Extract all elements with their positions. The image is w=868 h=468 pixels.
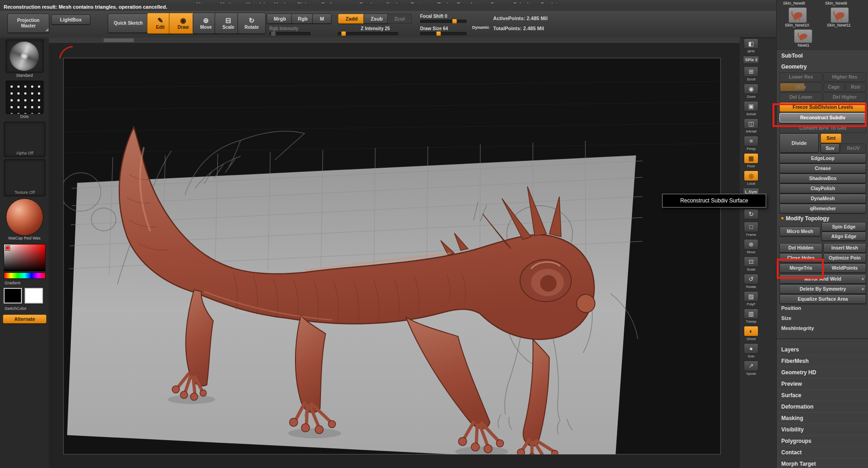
insert-mesh-button[interactable]: Insert Mesh — [823, 243, 866, 253]
palette-section-masking[interactable]: Masking — [777, 412, 868, 424]
z-intensity-slider[interactable] — [338, 32, 398, 35]
draw-size-slider[interactable] — [420, 32, 467, 35]
brush-thumbnail-standard[interactable] — [5, 39, 44, 73]
rstr-button[interactable]: Rstr — [845, 82, 866, 92]
rotate-button[interactable]: ↻ Rotate — [237, 13, 266, 34]
shadowbox-button[interactable]: ShadowBox — [779, 174, 866, 183]
position-subsection[interactable]: Position — [781, 305, 801, 311]
shelf-solo[interactable]: ●Solo — [742, 343, 760, 358]
modify-topology-header[interactable]: Modify Topology — [777, 214, 868, 223]
reuv-button[interactable]: ReUV — [841, 144, 866, 153]
color-picker-sv[interactable] — [4, 244, 46, 271]
shelf-frame[interactable]: □Frame — [742, 222, 760, 237]
subtool-thumb-label[interactable]: Newt1 — [798, 43, 810, 48]
shelf-xpose[interactable]: ↗Xpose — [742, 361, 760, 376]
shelf-actual[interactable]: ▣Actual — [742, 101, 760, 116]
higher-res-button[interactable]: Higher Res — [823, 72, 866, 82]
dynamesh-button[interactable]: DynaMesh — [779, 194, 866, 203]
shelf-transp[interactable]: ▥Transp — [742, 308, 760, 324]
palette-section-deformation[interactable]: Deformation — [777, 401, 868, 412]
palette-section-preview[interactable]: Preview — [777, 378, 868, 389]
z-intensity-knob[interactable] — [341, 31, 346, 36]
size-subsection[interactable]: Size — [781, 315, 791, 321]
zsub-button[interactable]: Zsub — [363, 14, 390, 24]
texture-selector[interactable]: Texture Off — [4, 159, 46, 197]
equalize-surface-area-button[interactable]: Equalize Surface Area — [779, 294, 866, 304]
shelf-rotate[interactable]: ↺Rotate — [742, 274, 760, 289]
viewport-canvas[interactable] — [49, 37, 740, 468]
del-hidden-button[interactable]: Del Hidden — [779, 243, 822, 253]
secondary-color-swatch[interactable] — [25, 288, 43, 303]
spin-edge-button[interactable]: Spin Edge — [821, 222, 866, 231]
shelf-polyf[interactable]: ▨PolyF — [742, 291, 760, 306]
gradient-label[interactable]: Gradient — [0, 281, 49, 285]
color-picker-hue-bar[interactable] — [4, 272, 46, 279]
switchcolor-label[interactable]: SwitchColor — [0, 306, 49, 311]
suv-button[interactable]: Suv — [821, 144, 840, 153]
alpha-selector[interactable]: Alpha Off — [4, 122, 46, 157]
color-picker-marker[interactable] — [5, 246, 10, 250]
m-button[interactable]: M — [312, 14, 331, 24]
stroke-thumbnail-dots[interactable] — [5, 80, 44, 114]
rgb-intensity-slider[interactable] — [269, 32, 310, 35]
shelf-local[interactable]: ◎Local — [742, 170, 760, 186]
subtool-thumb-label[interactable]: Skin_Newt11 — [827, 23, 851, 27]
palette-section-fibermesh[interactable]: FiberMesh — [777, 355, 868, 367]
del-higher-button[interactable]: Del Higher — [823, 92, 866, 102]
palette-section-morph-target[interactable]: Morph Target — [777, 458, 868, 468]
palette-section-visibility[interactable]: Visibility — [777, 424, 868, 435]
meshintegrity-subsection[interactable]: MeshIntegrity — [781, 325, 814, 331]
palette-section-geometry-hd[interactable]: Geometry HD — [777, 367, 868, 378]
zadd-button[interactable]: Zadd — [338, 14, 365, 24]
shelf-persp[interactable]: ≡Persp — [742, 136, 760, 151]
palette-section-polygroups[interactable]: Polygroups — [777, 435, 868, 447]
shelf-floor[interactable]: ▦Floor — [742, 153, 760, 168]
material-thumbnail[interactable] — [6, 198, 43, 236]
focal-shift-knob[interactable] — [452, 19, 457, 24]
delete-by-symmetry-button[interactable]: Delete By Symmetry∗ — [779, 284, 866, 294]
shelf-scroll[interactable]: ⊞Scroll — [742, 66, 760, 81]
shelf-move[interactable]: ⊕Move — [742, 239, 760, 254]
align-edge-button[interactable]: Align Edge — [821, 232, 866, 241]
projection-master-button[interactable]: Projection Master — [7, 14, 49, 33]
optimize-points-button[interactable]: Optimize Poin — [823, 253, 866, 263]
qremesher-button[interactable]: qRemesher — [779, 204, 866, 213]
del-lower-button[interactable]: Del Lower — [779, 92, 822, 102]
subtool-thumbnail[interactable] — [831, 7, 849, 23]
palette-section-surface[interactable]: Surface — [777, 389, 868, 401]
lightbox-button[interactable]: LightBox — [51, 15, 90, 25]
micro-mesh-button[interactable]: Micro Mesh — [779, 227, 821, 236]
crease-button[interactable]: Crease — [779, 164, 866, 173]
zcut-button[interactable]: Zcut — [387, 14, 412, 24]
subtool-thumb-label[interactable]: Skin_Newt8 — [783, 1, 805, 5]
dynamic-label[interactable]: Dynamic — [472, 25, 489, 30]
subtool-thumb-label[interactable]: Skin_Newt10 — [785, 23, 809, 27]
shelf-ghost[interactable]: ◐Ghost — [742, 326, 760, 341]
claypolish-button[interactable]: ClayPolish — [779, 184, 866, 193]
sdiv-slider[interactable]: SDiv — [779, 82, 822, 92]
weldpoints-button[interactable]: WeldPoints — [823, 263, 866, 273]
mrgb-button[interactable]: Mrgb — [267, 14, 293, 24]
palette-section-layers[interactable]: Layers — [777, 344, 868, 355]
divide-button[interactable]: Divide — [779, 133, 819, 153]
draw-size-knob[interactable] — [436, 31, 441, 36]
alternate-button[interactable]: Alternate — [3, 314, 47, 324]
focal-shift-slider[interactable] — [420, 20, 467, 23]
smt-button[interactable]: Smt — [821, 133, 842, 143]
subtool-thumbnail[interactable] — [789, 7, 807, 23]
edgeloop-button[interactable]: EdgeLoop — [779, 154, 866, 163]
main-color-swatch[interactable] — [4, 288, 22, 303]
shelf-spix-3-button[interactable]: SPix 3 — [742, 56, 760, 64]
palette-section-contact[interactable]: Contact — [777, 447, 868, 458]
rgb-button[interactable]: Rgb — [291, 14, 314, 24]
geometry-header[interactable]: Geometry — [777, 62, 868, 71]
shelf-gyro[interactable]: ↻ — [742, 209, 760, 219]
lower-res-button[interactable]: Lower Res — [779, 72, 822, 82]
subtool-header[interactable]: SubTool — [777, 51, 868, 60]
canvas-scrollbar[interactable] — [49, 37, 740, 43]
shelf-aahalf[interactable]: ◫AAHalf — [742, 118, 760, 133]
quick-sketch-button[interactable]: Quick Sketch — [108, 14, 149, 33]
canvas-scrollbar-handle[interactable] — [104, 38, 134, 42]
subtool-thumb-label[interactable]: Skin_Newt9 — [825, 1, 847, 5]
cage-button[interactable]: Cage — [823, 82, 844, 92]
